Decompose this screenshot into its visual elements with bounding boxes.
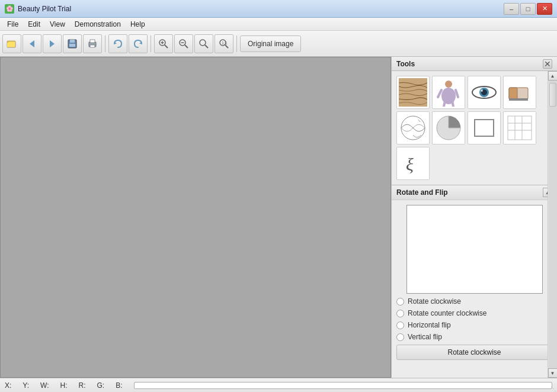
svg-marker-4 <box>50 40 55 47</box>
svg-rect-9 <box>90 40 95 43</box>
status-h-label: H: <box>60 381 67 390</box>
status-b-label: B: <box>116 381 122 390</box>
rotate-flip-section: Rotate and Flip ▲ Rotate clockwise Rotat… <box>392 185 557 378</box>
svg-line-29 <box>456 90 458 97</box>
xi-tool[interactable]: ξ <box>396 147 430 180</box>
svg-text:ξ: ξ <box>406 155 414 174</box>
radio-flip-v-label: Vertical flip <box>408 333 442 341</box>
original-image-button[interactable]: Original image <box>240 36 301 52</box>
status-x-label: X: <box>5 381 11 390</box>
svg-rect-44 <box>475 120 494 136</box>
zoom-fit-button[interactable] <box>194 34 213 53</box>
svg-point-27 <box>441 88 456 104</box>
svg-rect-10 <box>90 45 95 47</box>
rotate-flip-content: Rotate clockwise Rotate counter clockwis… <box>392 200 557 378</box>
app-icon: 🌸 <box>5 4 14 14</box>
tool-row-1 <box>396 76 552 109</box>
svg-line-28 <box>438 90 441 97</box>
status-w-label: W: <box>40 381 49 390</box>
menu-demonstration[interactable]: Demonstration <box>70 19 126 30</box>
status-r-label: R: <box>78 381 85 390</box>
canvas-area <box>0 57 391 378</box>
wood-texture-tool[interactable] <box>396 76 430 109</box>
pie-chart-tool[interactable] <box>432 111 465 144</box>
forward-button[interactable] <box>43 34 62 53</box>
radio-flip-h-label: Horizontal flip <box>408 321 451 329</box>
svg-rect-37 <box>509 88 517 99</box>
back-button[interactable] <box>23 34 41 53</box>
zoom-in-button[interactable] <box>154 34 173 53</box>
svg-marker-3 <box>30 40 34 47</box>
status-y-label: Y: <box>23 381 29 390</box>
radio-rotate-cw-indicator <box>396 298 404 306</box>
toolbar-separator-3 <box>236 36 237 52</box>
main-area: Tools ✕ <box>0 57 557 378</box>
tools-panel: Tools ✕ <box>391 57 557 378</box>
rotate-flip-header: Rotate and Flip ▲ <box>392 185 557 200</box>
toolbar-separator-2 <box>151 36 151 52</box>
svg-rect-6 <box>70 40 75 43</box>
menu-bar: File Edit View Demonstration Help <box>0 18 557 31</box>
scrollbar-up-arrow[interactable]: ▲ <box>548 71 558 81</box>
menu-help[interactable]: Help <box>126 19 150 30</box>
svg-point-35 <box>481 89 483 92</box>
tools-panel-title: Tools <box>396 60 415 68</box>
print-button[interactable] <box>83 34 102 53</box>
zoom-out-button[interactable] <box>174 34 193 53</box>
eye-tool[interactable] <box>468 76 501 109</box>
svg-point-26 <box>445 81 452 88</box>
progress-bar-container <box>134 382 553 389</box>
radio-flip-v-indicator <box>396 333 404 341</box>
redo-button[interactable] <box>129 34 148 53</box>
status-b: B: <box>116 381 124 390</box>
title-controls: – □ ✕ <box>504 3 552 15</box>
radio-rotate-cw-label: Rotate clockwise <box>408 297 461 306</box>
menu-edit[interactable]: Edit <box>23 19 45 30</box>
menu-file[interactable]: File <box>2 19 23 30</box>
svg-point-20 <box>200 40 206 46</box>
status-h: H: <box>60 381 69 390</box>
close-button[interactable]: ✕ <box>537 3 552 15</box>
status-g: G: <box>97 381 106 390</box>
radio-rotate-ccw[interactable]: Rotate counter clockwise <box>396 309 552 317</box>
toolbar: 1:1 Original image <box>0 31 557 57</box>
rectangle-tool[interactable] <box>468 111 501 144</box>
minimize-button[interactable]: – <box>504 3 519 15</box>
tool-row-3: ξ <box>396 147 552 180</box>
svg-text:1:1: 1:1 <box>222 41 228 45</box>
menu-view[interactable]: View <box>45 19 70 30</box>
tools-panel-header: Tools ✕ <box>392 57 557 71</box>
svg-line-21 <box>205 45 208 48</box>
circle-texture-tool[interactable] <box>396 111 430 144</box>
undo-button[interactable] <box>108 34 127 53</box>
tool-row-2 <box>396 111 552 144</box>
rotate-apply-button[interactable]: Rotate clockwise <box>396 345 552 360</box>
open-button[interactable] <box>2 34 21 53</box>
svg-line-30 <box>444 101 445 107</box>
scrollbar-thumb[interactable] <box>549 83 556 107</box>
radio-flip-h[interactable]: Horizontal flip <box>396 321 552 329</box>
figure-tool[interactable] <box>432 76 465 109</box>
tools-scrollbar: ▲ ▼ <box>548 71 557 378</box>
svg-rect-45 <box>508 116 532 140</box>
maximize-button[interactable]: □ <box>520 3 536 15</box>
radio-rotate-cw[interactable]: Rotate clockwise <box>396 297 552 306</box>
radio-flip-v[interactable]: Vertical flip <box>396 333 552 341</box>
resize-grip[interactable]: ⋱ <box>550 385 557 392</box>
zoom-actual-button[interactable]: 1:1 <box>215 34 233 53</box>
tools-close-button[interactable]: ✕ <box>543 59 552 69</box>
status-x: X: <box>5 381 13 390</box>
title-bar: 🌸 Beauty Pilot Trial – □ ✕ <box>0 0 557 18</box>
toolbar-separator-1 <box>105 36 105 52</box>
svg-line-24 <box>225 45 228 48</box>
status-r: R: <box>78 381 87 390</box>
rotate-flip-title: Rotate and Flip <box>396 188 448 197</box>
scrollbar-down-arrow[interactable]: ▼ <box>548 368 558 378</box>
scrollbar-track[interactable] <box>549 81 557 368</box>
status-w: W: <box>40 381 50 390</box>
eraser-tool[interactable] <box>503 76 536 109</box>
radio-flip-h-indicator <box>396 322 404 329</box>
save-button[interactable] <box>63 34 82 53</box>
title-text: Beauty Pilot Trial <box>18 5 71 13</box>
grid-tool[interactable] <box>503 111 536 144</box>
